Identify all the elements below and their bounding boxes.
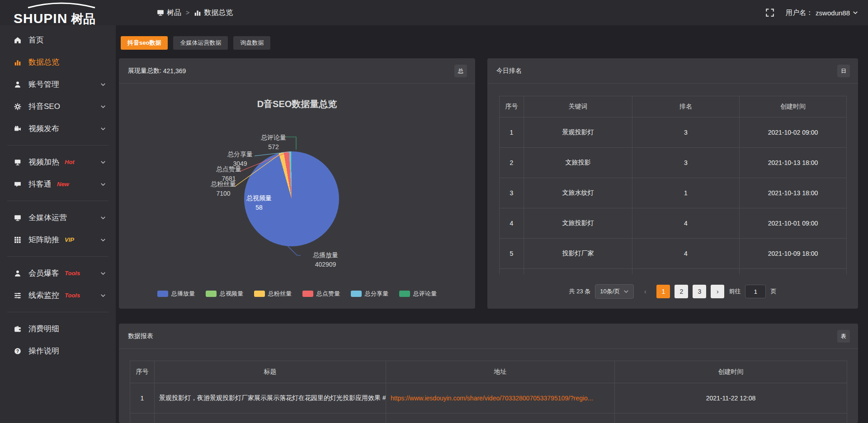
report-table: 序号 标题 地址 创建时间 1景观投影灯，夜游景观投影灯厂家展示展示落花灯在花园…	[130, 361, 847, 423]
breadcrumb: 树品 > 数据总览	[157, 0, 233, 25]
screen-icon	[14, 159, 22, 166]
sidebar-item-label: 首页	[28, 35, 44, 45]
chevron-down-icon	[100, 160, 106, 165]
app-root: SHUPIN 树品 树品 > 数据总览 用户名： zswodun88 首页数据总…	[0, 0, 868, 423]
user-menu[interactable]: 用户名： zswodun88	[786, 9, 858, 17]
cell-keyword: 文旅投影灯	[524, 208, 632, 239]
chevron-down-icon	[100, 237, 106, 243]
total-view-button[interactable]: 总	[454, 65, 467, 77]
legend-item-总粉丝量[interactable]: 总粉丝量	[254, 290, 292, 298]
breadcrumb-label: 数据总览	[204, 8, 233, 18]
chart-title: D音SEO数据量总览	[119, 98, 475, 110]
chevron-down-icon	[100, 215, 106, 221]
sidebar-item-badge: Hot	[65, 159, 75, 165]
breadcrumb-item-home[interactable]: 树品	[157, 8, 181, 18]
svg-text:?: ?	[16, 348, 19, 353]
app-logo: SHUPIN 树品	[14, 0, 95, 28]
sidebar-item-label: 账号管理	[28, 79, 59, 89]
tab-全媒体运营数据[interactable]: 全媒体运营数据	[173, 36, 228, 50]
page-button-2[interactable]: 2	[675, 285, 688, 298]
table-header-row: 序号 关键词 排名 创建时间	[500, 96, 847, 118]
table-view-button[interactable]: 表	[837, 330, 850, 343]
sidebar-item-矩阵助推[interactable]: 矩阵助推VIP	[0, 229, 116, 251]
legend-swatch	[157, 291, 168, 297]
sidebar-item-badge: Tools	[65, 270, 80, 277]
sidebar-item-首页[interactable]: 首页	[0, 29, 116, 51]
chevron-down-icon	[623, 289, 629, 294]
wallet-icon	[14, 325, 22, 333]
sidebar-item-label: 矩阵助推	[28, 235, 59, 245]
sidebar-item-视频发布[interactable]: 视频发布	[0, 118, 116, 140]
video-camera-icon	[14, 125, 22, 132]
sidebar-item-会员爆客[interactable]: 会员爆客Tools	[0, 262, 116, 284]
pie-leader-line	[287, 245, 301, 255]
tab-抖音seo数据[interactable]: 抖音seo数据	[121, 36, 168, 50]
sidebar-item-数据总览[interactable]: 数据总览	[0, 51, 116, 73]
goto-label: 前往	[729, 287, 741, 296]
table-row: 1景观投影灯32021-10-02 09:00	[500, 118, 847, 148]
sidebar-item-全媒体运营[interactable]: 全媒体运营	[0, 207, 116, 229]
report-link[interactable]: https://www.iesdouyin.com/share/video/70…	[391, 395, 593, 402]
chart-legend: 总播放量总视频量总粉丝量总点赞量总分享量总评论量	[119, 290, 475, 298]
legend-swatch	[254, 291, 265, 297]
sidebar-item-label: 数据总览	[28, 57, 59, 67]
cell-rank: 1	[632, 178, 740, 208]
page-button-3[interactable]: 3	[693, 285, 706, 298]
legend-item-总评论量[interactable]: 总评论量	[399, 290, 437, 298]
cell-created: 2021-10-02 09:00	[740, 118, 847, 148]
sidebar-item-账号管理[interactable]: 账号管理	[0, 73, 116, 95]
legend-item-总分享量[interactable]: 总分享量	[351, 290, 388, 298]
monitor-icon	[157, 9, 164, 16]
cell-rank: 3	[632, 148, 740, 178]
legend-item-总点赞量[interactable]: 总点赞量	[302, 290, 340, 298]
column-header: 关键词	[524, 96, 632, 118]
column-header: 序号	[130, 361, 155, 383]
column-header: 创建时间	[740, 96, 847, 118]
cell-index: 2	[500, 148, 524, 178]
table-row: 3文旅水纹灯12021-10-13 18:00	[500, 178, 847, 208]
page-size-value: 10条/页	[600, 287, 620, 296]
data-tabs: 抖音seo数据全媒体运营数据询盘数据	[121, 36, 270, 50]
chart-panel: 展现量总数: 421,369 总 D音SEO数据量总览 总评论量572 总分享量…	[119, 58, 475, 309]
sidebar-item-label: 会员爆客	[28, 268, 59, 278]
sidebar-item-抖客通[interactable]: 抖客通New	[0, 173, 116, 195]
table-row: 4文旅投影灯42021-10-01 09:00	[500, 208, 847, 239]
page-button-1[interactable]: 1	[656, 285, 670, 298]
home-icon	[14, 37, 22, 44]
breadcrumb-separator: >	[186, 9, 189, 16]
page-size-select[interactable]: 10条/页	[595, 284, 634, 299]
sidebar-item-消费明细[interactable]: 消费明细	[0, 318, 116, 340]
summary-value: 421,369	[163, 67, 186, 75]
sidebar-item-抖音SEO[interactable]: 抖音SEO	[0, 95, 116, 118]
page-buttons: 123	[656, 285, 706, 298]
tab-询盘数据[interactable]: 询盘数据	[233, 36, 270, 50]
username-label: 用户名：	[786, 9, 813, 17]
sidebar-item-线索监控[interactable]: 线索监控Tools	[0, 284, 116, 306]
breadcrumb-item-current[interactable]: 数据总览	[194, 8, 233, 18]
ranking-table: 序号 关键词 排名 创建时间 1景观投影灯32021-10-02 09:002文…	[499, 96, 847, 274]
legend-item-总视频量[interactable]: 总视频量	[206, 290, 243, 298]
prev-page-button[interactable]: ‹	[638, 285, 652, 298]
pagination-total: 共 23 条	[569, 287, 591, 296]
sidebar-item-label: 视频发布	[28, 123, 59, 134]
sidebar-item-视频加热[interactable]: 视频加热Hot	[0, 151, 116, 173]
sidebar-divider	[7, 145, 108, 146]
pie-callout: 总评论量572	[251, 133, 296, 152]
next-page-button[interactable]: ›	[711, 285, 724, 298]
goto-suffix: 页	[770, 287, 776, 296]
sidebar-divider	[7, 256, 108, 257]
chevron-down-icon	[853, 10, 858, 15]
gear-icon	[14, 103, 22, 110]
legend-item-总播放量[interactable]: 总播放量	[157, 290, 195, 298]
fullscreen-icon[interactable]	[766, 9, 774, 17]
goto-page-input[interactable]: 1	[745, 285, 766, 298]
sidebar-item-操作说明[interactable]: ?操作说明	[0, 340, 116, 362]
cell-index: 5	[500, 239, 524, 269]
legend-label: 总点赞量	[316, 290, 340, 298]
table-row: 2文旅投影32021-10-13 18:00	[500, 148, 847, 178]
chevron-down-icon	[100, 104, 106, 109]
summary-label: 展现量总数:	[128, 67, 161, 75]
day-view-button[interactable]: 日	[837, 65, 850, 77]
top-bar-actions: 用户名： zswodun88	[766, 0, 858, 25]
legend-swatch	[399, 291, 410, 297]
